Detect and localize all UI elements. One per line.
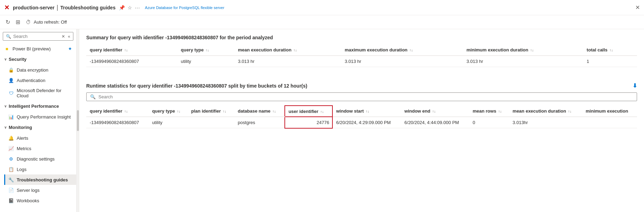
sidebar-item-troubleshooting-guides[interactable]: 🔧 Troubleshooting guides [4,174,76,185]
sidebar-item-metrics[interactable]: 📈 Metrics [4,143,76,154]
portal-button[interactable]: ⊞ [14,17,22,27]
runtime-title-text: Runtime statistics for query identifier … [86,83,307,89]
power-bi-icon: ■ [4,46,10,51]
refresh-button[interactable]: ↻ [4,17,11,27]
section-monitoring[interactable]: ∨ Monitoring [0,122,76,133]
sort-icon[interactable]: ↑↓ [293,48,297,52]
sidebar-item-server-logs-label: Server logs [17,188,40,193]
download-icon[interactable]: ⬇ [633,82,637,89]
sidebar-item-diagnostic-settings-label: Diagnostic settings [17,156,55,162]
runtime-row-database-name: postgres [234,117,285,128]
runtime-row-window-start: 6/20/2024, 4:29:09.000 PM [332,117,401,128]
runtime-table-row: -1349949608248360807 utility postgres 24… [86,117,637,128]
runtime-table-body: -1349949608248360807 utility postgres 24… [86,117,637,128]
refresh-icon: ↻ [6,19,10,25]
portal-icon: ⊞ [16,19,20,25]
sort-icon[interactable]: ↑↓ [124,109,128,113]
runtime-search-input[interactable] [98,94,633,99]
sort-icon[interactable]: ↑↓ [272,109,276,113]
more-icon[interactable]: ··· [135,5,140,10]
close-button[interactable]: ✕ [635,4,640,11]
sort-icon[interactable]: ↑↓ [530,48,534,52]
sort-icon[interactable]: ↑↓ [498,109,502,113]
sidebar-item-alerts-label: Alerts [17,136,28,141]
runtime-row-query-type: utility [148,117,187,128]
alerts-icon: 🔔 [8,135,14,141]
sort-icon[interactable]: ↑↓ [610,48,613,52]
sidebar-item-power-bi[interactable]: ■ Power BI (preview) ★ [0,43,76,54]
diagnostic-settings-icon: ⚙ [8,156,14,162]
sidebar-search-icon: 🔍 [6,34,11,39]
star-icon[interactable]: ☆ [128,5,132,10]
sort-icon[interactable]: ↑↓ [366,109,369,113]
sidebar-item-logs[interactable]: 📋 Logs [4,164,76,174]
section-security-label: Security [9,57,26,62]
summary-col-max-execution: maximum execution duration ↑↓ [341,44,463,56]
summary-header-row: query identifier ↑↓ query type ↑↓ mean e… [86,44,637,56]
toolbar: ↻ ⊞ ⏱ Auto refresh: Off [0,15,644,29]
section-divider [86,75,637,82]
auto-refresh-button[interactable]: ⏱ Auto refresh: Off [24,18,68,26]
runtime-table: query identifier ↑↓ query type ↑↓ plan i… [86,105,637,129]
sort-icon[interactable]: ↑↓ [124,48,128,52]
app-logo: ✕ [4,4,9,11]
summary-table-body: -1349949608248360807 utility 3.013 hr 3.… [86,56,637,67]
intelligent-performance-children: 📊 Query Performance Insight [0,112,76,122]
runtime-col-query-type: query type ↑↓ [148,106,187,117]
runtime-row-minimum-execution [582,117,637,128]
sidebar-item-server-logs[interactable]: 📄 Server logs [4,185,76,195]
sort-icon[interactable]: ↑↓ [177,109,180,113]
summary-table: query identifier ↑↓ query type ↑↓ mean e… [86,44,637,67]
sort-icon[interactable]: ↑↓ [223,109,226,113]
sort-icon[interactable]: ↑↓ [568,109,572,113]
sidebar-item-troubleshooting-guides-label: Troubleshooting guides [17,177,68,182]
sidebar-item-alerts[interactable]: 🔔 Alerts [4,133,76,143]
title-actions: 📌 ☆ ··· [119,5,140,10]
auto-refresh-icon: ⏱ [26,19,31,25]
server-logs-icon: 📄 [8,187,14,193]
sidebar-search-input[interactable] [13,34,59,39]
runtime-col-minimum-execution: minimum execution [582,106,637,117]
sidebar-item-qpi[interactable]: 📊 Query Performance Insight [4,112,76,122]
runtime-row-query-identifier: -1349949608248360807 [86,117,148,128]
sort-icon[interactable]: ↑↓ [320,110,324,114]
sidebar-item-data-encryption[interactable]: 🔒 Data encryption [4,65,76,75]
runtime-row-mean-execution-duration: 3.013hr [509,117,582,128]
sidebar-item-defender[interactable]: 🛡 Microsoft Defender for Cloud [4,85,76,101]
sort-icon[interactable]: ↑↓ [432,109,436,113]
authentication-icon: 👤 [8,78,14,83]
sidebar-item-metrics-label: Metrics [17,146,31,151]
summary-title: Summary for query with identifier -13499… [86,35,637,40]
sidebar-search-container: 🔍 ✕ « [3,32,73,41]
metrics-icon: 📈 [8,146,14,151]
qpi-icon: 📊 [8,114,14,120]
sidebar-item-workbooks[interactable]: 📓 Workbooks [4,195,76,206]
summary-col-query-identifier: query identifier ↑↓ [86,44,177,56]
sidebar-item-diagnostic-settings[interactable]: ⚙ Diagnostic settings [4,154,76,164]
pin-icon[interactable]: 📌 [119,5,125,10]
summary-table-header: query identifier ↑↓ query type ↑↓ mean e… [86,44,637,56]
sidebar-item-authentication[interactable]: 👤 Authentication [4,75,76,85]
workbooks-icon: 📓 [8,198,14,203]
sidebar-item-authentication-label: Authentication [17,78,45,83]
title-bar: ✕ production-server | Troubleshooting gu… [0,0,644,15]
runtime-col-mean-rows: mean rows ↑↓ [469,106,509,117]
monitoring-children: 🔔 Alerts 📈 Metrics ⚙ Diagnostic settings… [0,133,76,206]
main-content: Summary for query with identifier -13499… [79,29,644,212]
sort-icon[interactable]: ↑↓ [409,48,413,52]
troubleshooting-guides-icon: 🔧 [8,177,14,182]
sidebar-collapse-icon[interactable]: « [68,34,70,39]
sort-icon[interactable]: ↑↓ [206,48,209,52]
sidebar-search-close-icon[interactable]: ✕ [62,34,65,39]
runtime-search-icon: 🔍 [90,94,96,99]
bookmark-icon[interactable]: ★ [68,46,72,51]
scroll-indicator [77,110,79,131]
section-intelligent-performance[interactable]: ∨ Intelligent Performance [0,101,76,112]
sidebar-item-defender-label: Microsoft Defender for Cloud [17,88,72,98]
runtime-col-window-start: window start ↑↓ [332,106,401,117]
runtime-header-row: query identifier ↑↓ query type ↑↓ plan i… [86,106,637,117]
runtime-row-user-identifier: 24776 [285,117,332,128]
runtime-col-database-name: database name ↑↓ [234,106,285,117]
runtime-search-container: 🔍 [86,92,637,101]
section-security[interactable]: ∨ Security [0,54,76,65]
